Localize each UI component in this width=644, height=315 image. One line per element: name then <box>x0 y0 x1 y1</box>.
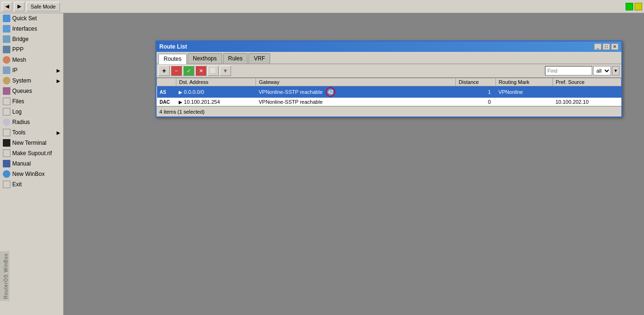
queues-icon <box>3 87 10 95</box>
table-row[interactable]: DAC ▶ 10.100.201.254 VPNonline-SSTP reac… <box>157 98 621 106</box>
sidebar-label-files: Files <box>12 98 24 105</box>
row1-arrow: ▶ <box>179 90 184 95</box>
sidebar-item-interfaces[interactable]: Interfaces <box>0 24 63 34</box>
col-header-routingmark[interactable]: Routing Mark <box>495 78 553 86</box>
sidebar-item-ip[interactable]: IP ▶ <box>0 65 63 75</box>
sidebar-label-quickset: Quick Set <box>12 15 37 22</box>
sidebar-item-tools[interactable]: Tools ▶ <box>0 127 63 138</box>
green-indicator <box>626 3 633 10</box>
window-close-button[interactable]: ✕ <box>611 43 619 50</box>
filter-button[interactable]: ▼ <box>220 66 231 76</box>
col-header-distance[interactable]: Distance <box>455 78 495 86</box>
add-button[interactable]: + <box>158 66 170 76</box>
col-header-dst[interactable]: Dst. Address <box>176 78 256 86</box>
sidebar-item-log[interactable]: Log <box>0 107 63 117</box>
tab-routes[interactable]: Routes <box>158 54 187 64</box>
sidebar-label-manual: Manual <box>12 160 31 167</box>
row2-arrow: ▶ <box>179 99 184 105</box>
ip-arrow: ▶ <box>57 68 60 73</box>
row2-prefsource: 10.100.202.10 <box>553 98 621 106</box>
tools-icon <box>3 129 10 136</box>
sidebar-label-system: System <box>12 77 31 84</box>
quickset-icon <box>3 15 10 22</box>
sidebar: Quick Set Interfaces Bridge PPP Mesh IP … <box>0 13 64 315</box>
window-titlebar: Route List _ □ ✕ <box>157 41 621 52</box>
tab-nexthops[interactable]: Nexthops <box>188 53 222 64</box>
bridge-icon <box>3 35 10 43</box>
row2-gateway-text: VPNonline-SSTP reachable <box>259 99 323 105</box>
row1-distance: 1 <box>455 86 495 98</box>
back-button[interactable]: ◀ <box>2 2 12 11</box>
table-header: Dst. Address Gateway Distance Routing Ma… <box>157 78 621 86</box>
row2-dst: ▶ 10.100.201.254 <box>176 98 256 106</box>
table-row[interactable]: AS ▶ 0.0.0.0/0 VPNonline-SSTP reachable … <box>157 86 621 98</box>
sidebar-label-ppp: PPP <box>12 46 24 53</box>
sidebar-item-quickset[interactable]: Quick Set <box>0 13 63 24</box>
sidebar-item-bridge[interactable]: Bridge <box>0 34 63 44</box>
row1-type-badge: AS <box>160 90 166 95</box>
find-input[interactable] <box>545 66 592 75</box>
sidebar-item-makesupout[interactable]: Make Supout.rif <box>0 148 63 158</box>
sidebar-item-newterminal[interactable]: New Terminal <box>0 138 63 148</box>
window-minimize-button[interactable]: _ <box>594 43 602 50</box>
sidebar-item-system[interactable]: System ▶ <box>0 75 63 86</box>
window-title: Route List <box>159 43 187 50</box>
row1-routingmark: VPNonline <box>495 86 553 98</box>
interfaces-icon <box>3 25 10 33</box>
tab-rules[interactable]: Rules <box>223 53 248 64</box>
sidebar-label-queues: Queues <box>12 88 32 94</box>
newterminal-icon <box>3 139 10 147</box>
row2-distance: 0 <box>455 98 495 106</box>
sidebar-item-exit[interactable]: Exit <box>0 179 63 190</box>
tab-vrf[interactable]: VRF <box>248 53 270 64</box>
row2-gateway: VPNonline-SSTP reachable <box>256 98 456 106</box>
sidebar-item-mesh[interactable]: Mesh <box>0 55 63 65</box>
window-maximize-button[interactable]: □ <box>603 43 610 50</box>
sidebar-label-exit: Exit <box>12 181 22 188</box>
sidebar-item-newwinbox[interactable]: New WinBox <box>0 169 63 179</box>
sidebar-label-log: Log <box>12 108 22 115</box>
sidebar-label-interfaces: Interfaces <box>12 25 37 32</box>
row2-type-badge: DAC <box>160 99 170 105</box>
sidebar-item-manual[interactable]: Manual <box>0 158 63 169</box>
log-icon <box>3 108 10 116</box>
yellow-indicator <box>635 3 642 10</box>
col-header-gateway[interactable]: Gateway <box>256 78 456 86</box>
supout-icon <box>3 149 10 157</box>
route-table: Dst. Address Gateway Distance Routing Ma… <box>157 78 621 106</box>
window-controls: _ □ ✕ <box>594 43 619 50</box>
col-header-flag[interactable] <box>157 78 176 86</box>
sidebar-label-makesupout: Make Supout.rif <box>12 150 52 157</box>
col-header-prefsource[interactable]: Pref. Source <box>553 78 621 86</box>
radius-icon <box>3 118 10 126</box>
row2-dst-address: 10.100.201.254 <box>184 99 220 105</box>
sidebar-item-radius[interactable]: Radius <box>0 117 63 127</box>
remove-button[interactable]: − <box>171 66 182 76</box>
sidebar-item-ppp[interactable]: PPP <box>0 44 63 55</box>
system-arrow: ▶ <box>57 78 60 83</box>
newwinbox-icon <box>3 170 10 178</box>
row2-routingmark <box>495 98 553 106</box>
row1-flag: AS <box>157 86 176 98</box>
winbox-vertical-label: RouterOS WinBox <box>0 251 9 301</box>
route-toolbar: + − ✓ ✕ ⬜ ▼ all ▼ <box>157 64 621 78</box>
sidebar-item-files[interactable]: Files <box>0 96 63 107</box>
sidebar-label-newterminal: New Terminal <box>12 140 46 146</box>
sidebar-label-ip: IP <box>12 67 17 74</box>
sidebar-label-mesh: Mesh <box>12 57 26 63</box>
sidebar-label-bridge: Bridge <box>12 36 29 42</box>
top-bar: ◀ ▶ Safe Mode <box>0 0 644 13</box>
row1-gateway-text: VPNonline-SSTP reachable <box>259 89 323 95</box>
tools-arrow: ▶ <box>57 130 60 135</box>
forward-button[interactable]: ▶ <box>14 2 25 11</box>
find-dropdown-button[interactable]: ▼ <box>612 66 619 75</box>
row1-dst-address: 0.0.0.0/0 <box>184 89 204 95</box>
find-select[interactable]: all <box>593 66 611 75</box>
copy-button[interactable]: ⬜ <box>207 66 219 76</box>
enable-button[interactable]: ✓ <box>183 66 194 76</box>
sidebar-item-queues[interactable]: Queues <box>0 86 63 96</box>
main-layout: Quick Set Interfaces Bridge PPP Mesh IP … <box>0 13 644 315</box>
mesh-icon <box>3 56 10 64</box>
safe-mode-button[interactable]: Safe Mode <box>26 2 60 11</box>
disable-button[interactable]: ✕ <box>195 66 206 76</box>
